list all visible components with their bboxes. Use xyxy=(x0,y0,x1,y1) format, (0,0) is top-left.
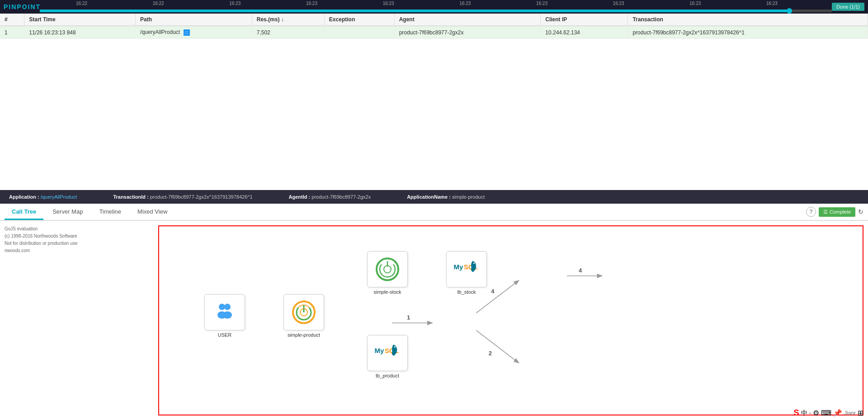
cell-client-ip: 10.244.62.134 xyxy=(541,26,628,39)
col-start-time[interactable]: Start Time xyxy=(24,14,136,26)
tab-server-map[interactable]: Server Map xyxy=(45,205,90,220)
svg-point-24 xyxy=(394,346,396,348)
timeline-label-7: 16:23 xyxy=(536,1,547,6)
pin-icon[interactable]: 📌 xyxy=(833,409,842,417)
done-button[interactable]: Done (1/1) xyxy=(832,3,864,11)
transactions-table: # Start Time Path Res.(ms) ↓ Exception A… xyxy=(0,14,868,39)
node-tb-stock-label: tb_stock xyxy=(458,289,476,295)
timeline-label-10: 16:23 xyxy=(766,1,778,6)
svg-text:My: My xyxy=(454,263,463,271)
keyboard-icon[interactable]: ⌨ xyxy=(821,409,831,417)
svg-text:2: 2 xyxy=(489,350,492,357)
timeline-bar[interactable]: 16:22 16:22 16:23 16:23 16:23 16:23 16:2… xyxy=(40,0,832,14)
svg-point-21 xyxy=(473,262,475,264)
table-header-row: # Start Time Path Res.(ms) ↓ Exception A… xyxy=(0,14,868,26)
svg-line-4 xyxy=(476,330,518,363)
node-simple-stock-label: simple-stock xyxy=(373,289,401,295)
node-simple-stock[interactable]: simple-stock xyxy=(363,251,412,295)
tab-mixed-view[interactable]: Mixed View xyxy=(130,205,175,220)
timeline-labels: 16:22 16:22 16:23 16:23 16:23 16:23 16:2… xyxy=(76,0,778,6)
svg-point-17 xyxy=(384,266,391,273)
transaction-info: TransactionId : product-7f69bc8977-2gx2x… xyxy=(113,194,252,200)
svg-text:4: 4 xyxy=(579,267,582,274)
cell-exception xyxy=(324,26,394,39)
col-exception[interactable]: Exception xyxy=(324,14,394,26)
svg-text:My: My xyxy=(375,347,384,354)
chinese-icon[interactable]: 中 xyxy=(801,409,807,417)
gojs-line1: GoJS evaluation xyxy=(5,225,149,233)
node-user-label: USER xyxy=(218,332,232,338)
svg-text:4: 4 xyxy=(491,288,495,295)
grid-icon[interactable]: ⊞ xyxy=(858,409,863,417)
application-info: Application : /queryAllProduct xyxy=(9,194,77,200)
col-res-ms[interactable]: Res.(ms) ↓ xyxy=(252,14,324,26)
product-power-icon xyxy=(292,301,316,324)
node-tb-product-label: tb_product xyxy=(376,373,399,378)
node-tb-stock[interactable]: My SQL tb_stock xyxy=(442,251,491,295)
col-num[interactable]: # xyxy=(0,14,24,26)
info-bar: Application : /queryAllProduct Transacti… xyxy=(0,190,868,204)
tab-actions: ? ☰ Complete ↻ xyxy=(806,207,863,217)
node-tb-product[interactable]: My SQL tb_product xyxy=(363,335,412,378)
cell-path: /queryAllProduct □ xyxy=(136,26,252,39)
stock-power-icon xyxy=(376,258,399,281)
user-icon xyxy=(216,302,234,322)
cell-start-time: 11/26 16:23:13 848 xyxy=(24,26,136,39)
bottom-right-icons: S 中 · ⚙ ⌨ 📌 Jianr ⊞ xyxy=(794,408,863,418)
gojs-line4: nwoods.com xyxy=(5,247,149,254)
tab-timeline[interactable]: Timeline xyxy=(92,205,128,220)
svg-point-9 xyxy=(224,304,231,310)
server-map-area: 1 4 2 4 xyxy=(154,221,868,420)
col-transaction[interactable]: Transaction xyxy=(628,14,868,26)
cell-res-ms: 7,502 xyxy=(252,26,324,39)
mysql-stock-icon: My SQL xyxy=(453,258,480,280)
table-row[interactable]: 1 11/26 16:23:13 848 /queryAllProduct □ … xyxy=(0,26,868,39)
gojs-line2: (c) 1998-2016 Northwoods Software xyxy=(5,233,149,240)
timeline-label-8: 16:23 xyxy=(613,1,624,6)
node-simple-product[interactable]: simple-product xyxy=(279,294,329,338)
tabs-bar: Call Tree Server Map Timeline Mixed View… xyxy=(0,204,868,221)
logo: PINPOINT xyxy=(4,3,40,10)
settings-icon[interactable]: ⚙ xyxy=(813,409,819,417)
complete-icon: ☰ xyxy=(823,209,828,215)
timeline-label-5: 16:23 xyxy=(383,1,394,6)
cell-num: 1 xyxy=(0,26,24,39)
help-button[interactable]: ? xyxy=(806,207,816,217)
bottom-section: GoJS evaluation (c) 1998-2016 Northwoods… xyxy=(0,221,868,420)
refresh-button[interactable]: ↻ xyxy=(858,208,863,215)
node-simple-product-label: simple-product xyxy=(288,332,320,338)
timeline-label-3: 16:23 xyxy=(229,1,241,6)
timeline-label-2: 16:22 xyxy=(153,1,164,6)
svg-point-11 xyxy=(223,311,232,319)
appname-info: ApplicationName : simple-product xyxy=(407,194,485,200)
jianshu-icon: Jianr xyxy=(844,410,856,416)
col-path[interactable]: Path xyxy=(136,14,252,26)
left-panel: GoJS evaluation (c) 1998-2016 Northwoods… xyxy=(0,221,154,420)
cell-agent: product-7f69bc8977-2gx2x xyxy=(394,26,541,39)
map-border: 1 4 2 4 xyxy=(158,225,863,415)
mysql-product-icon: My SQL xyxy=(374,342,401,364)
agent-info: AgentId : product-7f69bc8977-2gx2x xyxy=(289,194,371,200)
tab-call-tree[interactable]: Call Tree xyxy=(5,205,43,220)
node-user[interactable]: USER xyxy=(200,294,250,338)
col-agent[interactable]: Agent xyxy=(394,14,541,26)
header-bar: PINPOINT 16:22 16:22 16:23 16:23 16:23 1… xyxy=(0,0,868,14)
cell-transaction: product-7f69bc8977-2gx2x^1637913978426^1 xyxy=(628,26,868,39)
col-client-ip[interactable]: Client IP xyxy=(541,14,628,26)
dot-icon: · xyxy=(809,409,811,417)
sogou-icon[interactable]: S xyxy=(794,408,799,418)
timeline-label-1: 16:22 xyxy=(76,1,87,6)
connections-svg: 1 4 2 4 xyxy=(159,226,863,415)
timeline-label-6: 16:23 xyxy=(459,1,471,6)
gojs-line3: Not for distribution or production use xyxy=(5,240,149,247)
complete-button[interactable]: ☰ Complete xyxy=(819,207,855,217)
timeline-label-4: 16:23 xyxy=(306,1,317,6)
svg-text:1: 1 xyxy=(407,314,410,321)
table-section: # Start Time Path Res.(ms) ↓ Exception A… xyxy=(0,14,868,190)
timeline-label-9: 16:23 xyxy=(689,1,701,6)
svg-point-8 xyxy=(219,304,225,310)
